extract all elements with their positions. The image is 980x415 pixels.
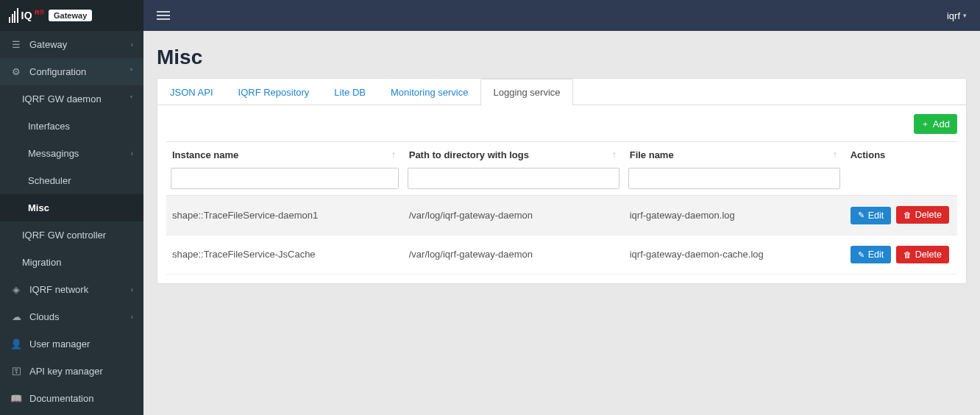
sidebar-item-label: IQRF network xyxy=(29,284,131,295)
filter-instance-input[interactable] xyxy=(171,168,399,189)
sidebar-item-iqrf-gw-controller[interactable]: IQRF GW controller xyxy=(0,221,143,249)
sidebar-nav: ☰ Gateway ‹ ⚙ Configuration ˅ IQRF GW da… xyxy=(0,31,143,412)
plus-icon: ＋ xyxy=(921,118,929,130)
add-button[interactable]: ＋ Add xyxy=(914,114,957,134)
user-icon: 👤 xyxy=(10,338,22,350)
page-title: Misc xyxy=(157,46,967,69)
sidebar-item-label: Gateway xyxy=(29,39,131,50)
col-file[interactable]: File name ↑ xyxy=(624,142,845,166)
pencil-icon: ✎ xyxy=(858,210,864,220)
main-area: iqrf ▾ Misc JSON API IQRF Repository Lit… xyxy=(143,0,980,415)
col-instance[interactable]: Instance name ↑ xyxy=(166,142,403,166)
logging-table: Instance name ↑ Path to directory with l… xyxy=(166,141,957,274)
col-label: Path to directory with logs xyxy=(409,149,529,160)
sidebar-item-label: Interfaces xyxy=(28,121,133,132)
signal-icon xyxy=(9,8,18,23)
sidebar-item-messagings[interactable]: Messagings ‹ xyxy=(0,140,143,167)
chevron-left-icon: ‹ xyxy=(131,40,133,49)
chevron-down-icon: ˅ xyxy=(129,95,133,103)
tab-monitoring-service[interactable]: Monitoring service xyxy=(378,79,481,105)
key-icon: ⚿ xyxy=(10,366,22,377)
sidebar-item-label: Clouds xyxy=(29,311,131,322)
brand-badge: Gateway xyxy=(49,10,92,21)
trash-icon: 🗑 xyxy=(903,250,912,259)
sidebar-item-label: API key manager xyxy=(29,366,133,377)
sort-arrow-icon: ↑ xyxy=(612,149,617,160)
filter-file-input[interactable] xyxy=(628,168,840,189)
tab-json-api[interactable]: JSON API xyxy=(157,79,226,105)
sidebar-item-documentation[interactable]: 📖 Documentation xyxy=(0,385,143,412)
sidebar-item-label: Messagings xyxy=(28,148,131,159)
tabs: JSON API IQRF Repository Lite DB Monitor… xyxy=(157,79,966,105)
col-label: Instance name xyxy=(172,149,238,160)
wifi-icon: ◈ xyxy=(10,284,22,295)
trash-icon: 🗑 xyxy=(903,210,912,219)
sidebar-item-configuration[interactable]: ⚙ Configuration ˅ xyxy=(0,58,143,85)
sidebar-toggle[interactable] xyxy=(157,11,170,20)
sidebar-item-label: Misc xyxy=(28,202,133,213)
brand-logo[interactable]: IQ R® Gateway xyxy=(0,0,143,31)
cell-file: iqrf-gateway-daemon.log xyxy=(624,196,845,235)
chevron-left-icon: ‹ xyxy=(131,313,133,321)
tab-logging-service[interactable]: Logging service xyxy=(480,79,572,105)
sidebar-item-misc[interactable]: Misc xyxy=(0,194,143,221)
chevron-left-icon: ‹ xyxy=(131,285,133,294)
pencil-icon: ✎ xyxy=(858,250,864,260)
edit-label: Edit xyxy=(868,210,884,221)
edit-label: Edit xyxy=(868,249,884,260)
user-menu[interactable]: iqrf ▾ xyxy=(947,10,967,21)
sidebar-item-scheduler[interactable]: Scheduler xyxy=(0,167,143,194)
sidebar-item-label: Scheduler xyxy=(28,175,133,186)
cell-path: /var/log/iqrf-gateway-daemon xyxy=(403,196,624,235)
cell-instance: shape::TraceFileService-daemon1 xyxy=(166,196,403,235)
gear-icon: ⚙ xyxy=(10,66,22,77)
sidebar-item-label: IQRF GW daemon xyxy=(22,93,129,104)
edit-button[interactable]: ✎ Edit xyxy=(851,246,892,263)
sort-arrow-icon: ↑ xyxy=(833,149,837,160)
sidebar-item-label: IQRF GW controller xyxy=(22,230,133,241)
cell-file: iqrf-gateway-daemon-cache.log xyxy=(624,235,845,274)
table-row: shape::TraceFileService-JsCache /var/log… xyxy=(166,235,957,274)
brand-text: IQ xyxy=(21,10,32,21)
user-name: iqrf xyxy=(947,10,960,21)
col-label: File name xyxy=(630,149,674,160)
tab-lite-db[interactable]: Lite DB xyxy=(322,79,378,105)
add-button-label: Add xyxy=(933,118,950,130)
sidebar-item-iqrf-gw-daemon[interactable]: IQRF GW daemon ˅ xyxy=(0,85,143,113)
menu-icon: ☰ xyxy=(10,39,22,50)
sidebar-item-label: Documentation xyxy=(29,393,133,404)
sort-arrow-icon: ↑ xyxy=(391,149,396,160)
sidebar-item-label: Configuration xyxy=(29,66,129,77)
table-row: shape::TraceFileService-daemon1 /var/log… xyxy=(166,196,957,235)
col-path[interactable]: Path to directory with logs ↑ xyxy=(403,142,624,166)
sidebar-item-api-key-manager[interactable]: ⚿ API key manager xyxy=(0,358,143,385)
chevron-down-icon: ˅ xyxy=(129,68,133,76)
sidebar-item-interfaces[interactable]: Interfaces xyxy=(0,113,143,140)
sidebar-item-iqrf-network[interactable]: ◈ IQRF network ‹ xyxy=(0,276,143,303)
brand-mark: IQ R® xyxy=(9,8,44,23)
col-label: Actions xyxy=(851,149,886,160)
cell-instance: shape::TraceFileService-JsCache xyxy=(166,235,403,274)
chevron-left-icon: ‹ xyxy=(131,149,133,157)
sidebar-item-label: Migration xyxy=(22,257,133,268)
cell-path: /var/log/iqrf-gateway-daemon xyxy=(403,235,624,274)
card-panel: JSON API IQRF Repository Lite DB Monitor… xyxy=(157,78,967,284)
sidebar-item-user-manager[interactable]: 👤 User manager xyxy=(0,330,143,358)
sidebar-item-label: User manager xyxy=(29,338,133,350)
delete-button[interactable]: 🗑 Delete xyxy=(896,206,949,224)
edit-button[interactable]: ✎ Edit xyxy=(851,207,892,224)
sidebar-item-gateway[interactable]: ☰ Gateway ‹ xyxy=(0,31,143,58)
sidebar-item-migration[interactable]: Migration xyxy=(0,249,143,276)
filter-path-input[interactable] xyxy=(408,168,619,189)
delete-button[interactable]: 🗑 Delete xyxy=(896,246,949,263)
delete-label: Delete xyxy=(915,210,942,220)
cloud-icon: ☁ xyxy=(10,311,22,322)
topbar: iqrf ▾ xyxy=(143,0,980,31)
book-icon: 📖 xyxy=(10,393,22,404)
caret-down-icon: ▾ xyxy=(963,12,967,19)
sidebar-item-clouds[interactable]: ☁ Clouds ‹ xyxy=(0,303,143,330)
delete-label: Delete xyxy=(915,249,942,260)
sidebar: IQ R® Gateway ☰ Gateway ‹ ⚙ Configuratio… xyxy=(0,0,143,415)
brand-r-icon: R® xyxy=(35,9,44,16)
tab-iqrf-repository[interactable]: IQRF Repository xyxy=(226,79,322,105)
